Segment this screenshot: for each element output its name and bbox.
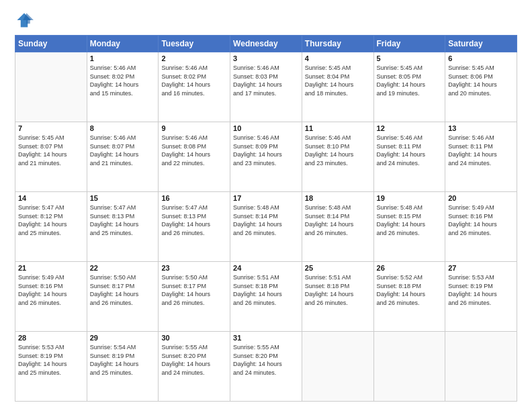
day-info: Sunrise: 5:46 AM Sunset: 8:03 PM Dayligh… <box>233 64 299 97</box>
day-number: 12 <box>377 124 443 132</box>
calendar-cell: 27Sunrise: 5:53 AM Sunset: 8:19 PM Dayli… <box>445 262 517 332</box>
calendar-cell: 15Sunrise: 5:47 AM Sunset: 8:13 PM Dayli… <box>87 192 159 262</box>
day-info: Sunrise: 5:46 AM Sunset: 8:11 PM Dayligh… <box>377 134 443 167</box>
calendar-cell: 22Sunrise: 5:50 AM Sunset: 8:17 PM Dayli… <box>87 262 159 332</box>
calendar-cell: 4Sunrise: 5:45 AM Sunset: 8:04 PM Daylig… <box>302 52 373 122</box>
calendar-cell: 30Sunrise: 5:55 AM Sunset: 8:20 PM Dayli… <box>159 332 230 402</box>
day-number: 13 <box>448 124 514 132</box>
calendar-week-row: 1Sunrise: 5:46 AM Sunset: 8:02 PM Daylig… <box>15 52 517 122</box>
calendar-cell: 2Sunrise: 5:46 AM Sunset: 8:02 PM Daylig… <box>159 52 230 122</box>
calendar-cell: 19Sunrise: 5:48 AM Sunset: 8:15 PM Dayli… <box>373 192 445 262</box>
calendar-cell: 17Sunrise: 5:48 AM Sunset: 8:14 PM Dayli… <box>230 192 302 262</box>
logo <box>15 12 35 31</box>
day-number: 2 <box>161 54 227 62</box>
weekday-header-row: SundayMondayTuesdayWednesdayThursdayFrid… <box>15 36 517 52</box>
day-number: 27 <box>448 264 514 272</box>
day-number: 14 <box>18 194 84 202</box>
calendar-cell <box>15 52 87 122</box>
day-info: Sunrise: 5:50 AM Sunset: 8:17 PM Dayligh… <box>161 273 227 307</box>
day-number: 8 <box>90 124 156 132</box>
calendar-cell: 23Sunrise: 5:50 AM Sunset: 8:17 PM Dayli… <box>159 262 230 332</box>
day-number: 25 <box>305 264 371 272</box>
day-info: Sunrise: 5:46 AM Sunset: 8:11 PM Dayligh… <box>448 134 514 167</box>
calendar-cell: 11Sunrise: 5:46 AM Sunset: 8:10 PM Dayli… <box>302 122 373 192</box>
day-info: Sunrise: 5:47 AM Sunset: 8:12 PM Dayligh… <box>18 203 84 237</box>
calendar-table: SundayMondayTuesdayWednesdayThursdayFrid… <box>15 35 517 402</box>
day-number: 26 <box>377 264 443 272</box>
day-info: Sunrise: 5:53 AM Sunset: 8:19 PM Dayligh… <box>448 273 514 307</box>
weekday-header-monday: Monday <box>87 36 159 52</box>
day-info: Sunrise: 5:48 AM Sunset: 8:14 PM Dayligh… <box>305 203 371 237</box>
day-number: 7 <box>18 124 84 132</box>
day-info: Sunrise: 5:49 AM Sunset: 8:16 PM Dayligh… <box>448 203 514 237</box>
day-info: Sunrise: 5:45 AM Sunset: 8:04 PM Dayligh… <box>305 64 371 97</box>
page: SundayMondayTuesdayWednesdayThursdayFrid… <box>0 0 532 411</box>
day-number: 15 <box>90 194 156 202</box>
day-info: Sunrise: 5:46 AM Sunset: 8:07 PM Dayligh… <box>90 134 156 167</box>
day-info: Sunrise: 5:53 AM Sunset: 8:19 PM Dayligh… <box>18 343 84 377</box>
day-info: Sunrise: 5:48 AM Sunset: 8:15 PM Dayligh… <box>377 203 443 237</box>
calendar-cell: 5Sunrise: 5:45 AM Sunset: 8:05 PM Daylig… <box>373 52 445 122</box>
calendar-cell: 21Sunrise: 5:49 AM Sunset: 8:16 PM Dayli… <box>15 262 87 332</box>
day-info: Sunrise: 5:46 AM Sunset: 8:10 PM Dayligh… <box>305 134 371 167</box>
calendar-cell: 1Sunrise: 5:46 AM Sunset: 8:02 PM Daylig… <box>87 52 159 122</box>
calendar-cell <box>445 332 517 402</box>
calendar-week-row: 28Sunrise: 5:53 AM Sunset: 8:19 PM Dayli… <box>15 332 517 402</box>
day-info: Sunrise: 5:46 AM Sunset: 8:02 PM Dayligh… <box>161 64 227 97</box>
day-info: Sunrise: 5:49 AM Sunset: 8:16 PM Dayligh… <box>18 273 84 307</box>
day-info: Sunrise: 5:47 AM Sunset: 8:13 PM Dayligh… <box>90 203 156 237</box>
day-number: 24 <box>233 264 299 272</box>
day-info: Sunrise: 5:51 AM Sunset: 8:18 PM Dayligh… <box>305 273 371 307</box>
header <box>15 12 517 31</box>
day-info: Sunrise: 5:50 AM Sunset: 8:17 PM Dayligh… <box>90 273 156 307</box>
calendar-cell <box>302 332 373 402</box>
calendar-cell: 25Sunrise: 5:51 AM Sunset: 8:18 PM Dayli… <box>302 262 373 332</box>
calendar-cell: 31Sunrise: 5:55 AM Sunset: 8:20 PM Dayli… <box>230 332 302 402</box>
day-number: 19 <box>377 194 443 202</box>
calendar-cell: 9Sunrise: 5:46 AM Sunset: 8:08 PM Daylig… <box>159 122 230 192</box>
calendar-cell: 28Sunrise: 5:53 AM Sunset: 8:19 PM Dayli… <box>15 332 87 402</box>
day-info: Sunrise: 5:52 AM Sunset: 8:18 PM Dayligh… <box>377 273 443 307</box>
weekday-header-tuesday: Tuesday <box>159 36 230 52</box>
day-number: 1 <box>90 54 156 62</box>
day-number: 4 <box>305 54 371 62</box>
weekday-header-thursday: Thursday <box>302 36 373 52</box>
day-number: 11 <box>305 124 371 132</box>
day-number: 5 <box>377 54 443 62</box>
calendar-cell: 16Sunrise: 5:47 AM Sunset: 8:13 PM Dayli… <box>159 192 230 262</box>
day-info: Sunrise: 5:45 AM Sunset: 8:05 PM Dayligh… <box>377 64 443 97</box>
calendar-week-row: 21Sunrise: 5:49 AM Sunset: 8:16 PM Dayli… <box>15 262 517 332</box>
day-number: 21 <box>18 264 84 272</box>
day-info: Sunrise: 5:47 AM Sunset: 8:13 PM Dayligh… <box>161 203 227 237</box>
day-info: Sunrise: 5:55 AM Sunset: 8:20 PM Dayligh… <box>161 343 227 377</box>
day-number: 3 <box>233 54 299 62</box>
day-number: 9 <box>161 124 227 132</box>
day-number: 16 <box>161 194 227 202</box>
day-number: 20 <box>448 194 514 202</box>
day-number: 28 <box>18 334 84 342</box>
day-number: 29 <box>90 334 156 342</box>
day-number: 10 <box>233 124 299 132</box>
day-info: Sunrise: 5:46 AM Sunset: 8:02 PM Dayligh… <box>90 64 156 97</box>
calendar-cell: 7Sunrise: 5:45 AM Sunset: 8:07 PM Daylig… <box>15 122 87 192</box>
day-info: Sunrise: 5:51 AM Sunset: 8:18 PM Dayligh… <box>233 273 299 307</box>
day-info: Sunrise: 5:45 AM Sunset: 8:06 PM Dayligh… <box>448 64 514 97</box>
calendar-cell: 12Sunrise: 5:46 AM Sunset: 8:11 PM Dayli… <box>373 122 445 192</box>
calendar-cell: 20Sunrise: 5:49 AM Sunset: 8:16 PM Dayli… <box>445 192 517 262</box>
calendar-cell: 26Sunrise: 5:52 AM Sunset: 8:18 PM Dayli… <box>373 262 445 332</box>
calendar-cell: 18Sunrise: 5:48 AM Sunset: 8:14 PM Dayli… <box>302 192 373 262</box>
day-info: Sunrise: 5:46 AM Sunset: 8:09 PM Dayligh… <box>233 134 299 167</box>
weekday-header-saturday: Saturday <box>445 36 517 52</box>
calendar-cell: 3Sunrise: 5:46 AM Sunset: 8:03 PM Daylig… <box>230 52 302 122</box>
weekday-header-friday: Friday <box>373 36 445 52</box>
calendar-cell: 13Sunrise: 5:46 AM Sunset: 8:11 PM Dayli… <box>445 122 517 192</box>
calendar-week-row: 14Sunrise: 5:47 AM Sunset: 8:12 PM Dayli… <box>15 192 517 262</box>
logo-icon <box>15 11 34 30</box>
calendar-cell <box>373 332 445 402</box>
day-number: 17 <box>233 194 299 202</box>
day-number: 30 <box>161 334 227 342</box>
weekday-header-sunday: Sunday <box>15 36 87 52</box>
day-number: 23 <box>161 264 227 272</box>
calendar-cell: 10Sunrise: 5:46 AM Sunset: 8:09 PM Dayli… <box>230 122 302 192</box>
day-info: Sunrise: 5:45 AM Sunset: 8:07 PM Dayligh… <box>18 134 84 167</box>
